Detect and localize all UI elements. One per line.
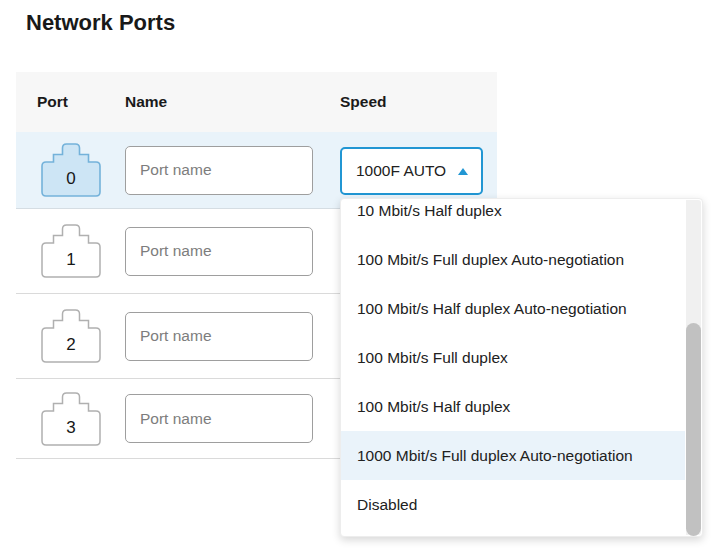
page-title: Network Ports [26, 10, 175, 36]
speed-dropdown-button[interactable]: 1000F AUTO [340, 147, 483, 195]
menu-option-100-full-auto[interactable]: 100 Mbit/s Full duplex Auto-negotiation [341, 235, 685, 284]
port-name-input-0[interactable] [125, 146, 313, 195]
speed-dropdown-value: 1000F AUTO [356, 162, 446, 180]
table-header: Port Name Speed [16, 72, 497, 132]
menu-option-100-half[interactable]: 100 Mbit/s Half duplex [341, 382, 685, 431]
menu-scrollbar-thumb[interactable] [686, 323, 701, 536]
menu-option-10-half[interactable]: 10 Mbit/s Half duplex [341, 198, 685, 235]
speed-dropdown-menu: 10 Mbit/s Half duplex 100 Mbit/s Full du… [340, 198, 703, 537]
column-header-speed: Speed [340, 72, 387, 132]
menu-option-1000-full-auto[interactable]: 1000 Mbit/s Full duplex Auto-negotiation [341, 431, 685, 480]
menu-option-100-half-auto[interactable]: 100 Mbit/s Half duplex Auto-negotiation [341, 284, 685, 333]
ethernet-port-icon: 3 [41, 392, 101, 446]
port-number: 1 [41, 243, 101, 277]
port-name-input-2[interactable] [125, 312, 313, 361]
ethernet-port-icon: 0 [41, 143, 101, 197]
port-number: 2 [41, 328, 101, 362]
port-name-input-1[interactable] [125, 227, 313, 276]
port-number: 3 [41, 411, 101, 445]
menu-option-100-full[interactable]: 100 Mbit/s Full duplex [341, 333, 685, 382]
column-header-port: Port [37, 72, 68, 132]
port-number: 0 [41, 162, 101, 196]
chevron-up-icon [458, 168, 468, 175]
speed-dropdown-options: 10 Mbit/s Half duplex 100 Mbit/s Full du… [341, 198, 685, 529]
ethernet-port-icon: 2 [41, 309, 101, 363]
menu-scrollbar-track[interactable] [686, 200, 701, 535]
menu-option-disabled[interactable]: Disabled [341, 480, 685, 529]
ethernet-port-icon: 1 [41, 224, 101, 278]
column-header-name: Name [125, 72, 167, 132]
port-name-input-3[interactable] [125, 394, 313, 443]
